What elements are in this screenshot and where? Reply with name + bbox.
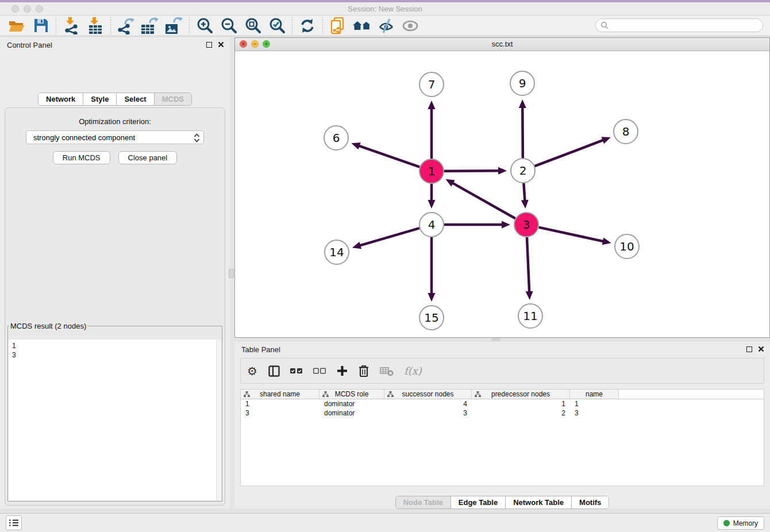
- import-network-button[interactable]: [59, 16, 83, 36]
- select-all-columns-button[interactable]: [290, 364, 303, 378]
- edge-arrowhead: [521, 200, 529, 209]
- zoom-in-button[interactable]: [192, 16, 217, 36]
- result-line: 1: [12, 341, 218, 350]
- zoom-selected-button[interactable]: [265, 16, 289, 36]
- horizontal-splitter-grip[interactable]: [491, 338, 500, 341]
- save-session-button[interactable]: [29, 16, 53, 36]
- import-table-button[interactable]: [83, 16, 107, 36]
- tab-select[interactable]: Select: [117, 93, 154, 105]
- network-minimize-button[interactable]: –: [251, 40, 259, 48]
- table-tab-motifs[interactable]: Motifs: [572, 496, 609, 508]
- table-tab-node-table[interactable]: Node Table: [396, 496, 451, 508]
- task-history-button[interactable]: [6, 515, 22, 530]
- table-cell: 1: [570, 399, 619, 408]
- memory-label: Memory: [733, 519, 758, 527]
- table-panel-tabs: Node TableEdge TableNetwork TableMotifs: [395, 496, 610, 509]
- show-column-panel-button[interactable]: [268, 364, 280, 378]
- graph-node-label: 8: [622, 125, 630, 138]
- optimization-criterion-value: strongly connected component: [33, 133, 135, 142]
- node-table-body: 1dominator4113dominator323: [241, 399, 764, 418]
- column-header-label: predecessor nodes: [491, 390, 550, 398]
- open-folder-icon: [8, 18, 25, 33]
- network-close-button[interactable]: ×: [240, 40, 247, 48]
- vertical-splitter-grip[interactable]: [229, 269, 234, 278]
- open-session-button[interactable]: [5, 16, 29, 36]
- table-tab-network-table[interactable]: Network Table: [506, 496, 572, 508]
- tab-mcds[interactable]: MCDS: [155, 93, 191, 105]
- graph-edge-3-1[interactable]: [452, 183, 515, 219]
- table-panel: Table Panel ⚙ f(x) shared nameMCDS roles…: [234, 342, 770, 508]
- search-input[interactable]: [609, 20, 763, 31]
- table-tab-edge-table[interactable]: Edge Table: [451, 496, 506, 508]
- toolbar-separator: [189, 17, 190, 34]
- export-table-button[interactable]: [138, 16, 162, 36]
- float-table-panel-icon[interactable]: [746, 346, 752, 352]
- select-stepper-icon: [194, 133, 200, 143]
- delete-table-button[interactable]: [380, 364, 394, 378]
- function-builder-button[interactable]: f(x): [404, 364, 422, 378]
- network-graph[interactable]: 7968124314101511: [235, 51, 769, 337]
- column-header-label: MCDS role: [335, 390, 369, 398]
- add-row-button[interactable]: [336, 364, 348, 378]
- refresh-button[interactable]: [295, 16, 319, 36]
- network-view-window: × – + scc.txt 7968124314101511: [234, 37, 770, 338]
- gear-icon: ⚙: [247, 365, 257, 377]
- graph-edge-3-10[interactable]: [538, 228, 604, 242]
- network-file-icon: [329, 17, 346, 34]
- mcds-result-textarea[interactable]: 13: [9, 340, 221, 500]
- graph-edge-2-3[interactable]: [523, 183, 525, 202]
- result-scrollbar[interactable]: [216, 340, 221, 500]
- show-all-networks-button[interactable]: [350, 16, 374, 36]
- control-panel: Control Panel NetworkStyleSelectMCDS Opt…: [0, 37, 230, 508]
- export-image-button[interactable]: [162, 16, 186, 36]
- network-window-titlebar[interactable]: × – + scc.txt: [235, 38, 769, 51]
- table-panel-title: Table Panel: [241, 345, 280, 354]
- column-header-name[interactable]: name: [570, 390, 619, 399]
- zoom-fit-button[interactable]: [241, 16, 265, 36]
- column-header-mcds-role[interactable]: MCDS role: [319, 390, 384, 399]
- graph-edge-1-2[interactable]: [444, 171, 500, 171]
- close-panel-icon[interactable]: [218, 41, 224, 48]
- hide-graphics-button[interactable]: [374, 16, 398, 36]
- table-cell: 2: [472, 408, 570, 418]
- network-maximize-button[interactable]: +: [263, 40, 270, 48]
- column-header-predecessor-nodes[interactable]: predecessor nodes: [472, 390, 570, 399]
- graph-edge-4-14[interactable]: [359, 228, 419, 246]
- table-cell: 4: [384, 399, 472, 408]
- toolbar-separator: [56, 17, 56, 34]
- delete-row-button[interactable]: [358, 364, 369, 378]
- node-table[interactable]: shared nameMCDS rolesuccessor nodesprede…: [240, 389, 764, 486]
- column-header-successor-nodes[interactable]: successor nodes: [384, 390, 472, 399]
- memory-button[interactable]: Memory: [717, 516, 764, 530]
- tab-network[interactable]: Network: [38, 93, 83, 105]
- close-table-panel-icon[interactable]: [758, 346, 764, 352]
- column-type-icon: [387, 391, 394, 398]
- tab-style[interactable]: Style: [83, 93, 117, 105]
- graph-edge-2-8[interactable]: [535, 140, 605, 166]
- export-network-button[interactable]: [114, 16, 138, 36]
- eye-icon: [402, 18, 419, 33]
- run-mcds-button[interactable]: Run MCDS: [53, 151, 110, 164]
- graph-edge-2-9[interactable]: [522, 106, 523, 158]
- app-titlebar: Session: New Session: [0, 2, 770, 16]
- optimization-criterion-select[interactable]: strongly connected component: [26, 130, 204, 144]
- table-cell: 3: [570, 408, 619, 418]
- show-graphics-details-button[interactable]: [398, 16, 422, 36]
- deselect-all-columns-button[interactable]: [313, 364, 326, 378]
- manage-networks-button[interactable]: [326, 16, 350, 36]
- table-settings-button[interactable]: ⚙: [247, 364, 258, 378]
- table-row[interactable]: 1dominator411: [241, 399, 764, 408]
- zoom-out-button[interactable]: [217, 16, 241, 36]
- network-canvas[interactable]: 7968124314101511: [235, 51, 769, 337]
- float-panel-icon[interactable]: [206, 42, 212, 48]
- edge-arrowhead: [519, 99, 526, 108]
- edge-arrowhead: [428, 293, 436, 302]
- mcds-panel: Optimization criterion: strongly connect…: [5, 107, 225, 506]
- graph-edge-1-6[interactable]: [358, 145, 419, 167]
- graph-edge-3-11[interactable]: [527, 237, 529, 293]
- search-field[interactable]: [595, 18, 763, 32]
- zoom-selected-icon: [269, 17, 286, 34]
- column-header-shared-name[interactable]: shared name: [241, 390, 319, 399]
- table-row[interactable]: 3dominator323: [241, 408, 764, 418]
- close-panel-button[interactable]: Close panel: [118, 151, 178, 164]
